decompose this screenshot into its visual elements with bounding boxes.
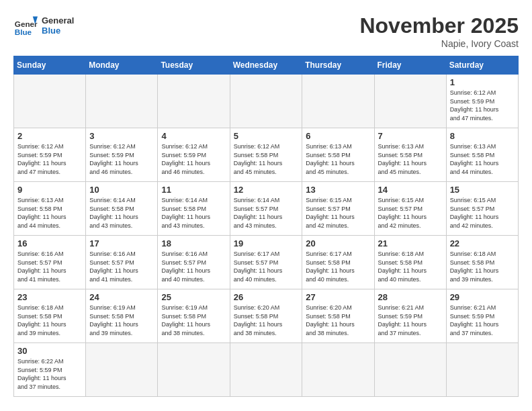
day-info: Sunrise: 6:12 AM Sunset: 5:59 PM Dayligh… — [89, 142, 154, 176]
day-number: 23 — [17, 292, 82, 302]
day-number: 14 — [378, 185, 443, 195]
calendar-cell: 20Sunrise: 6:17 AM Sunset: 5:58 PM Dayli… — [302, 236, 374, 289]
calendar-table: SundayMondayTuesdayWednesdayThursdayFrid… — [13, 56, 519, 397]
calendar-cell: 3Sunrise: 6:12 AM Sunset: 5:59 PM Daylig… — [86, 128, 158, 182]
calendar-cell: 17Sunrise: 6:16 AM Sunset: 5:57 PM Dayli… — [86, 236, 158, 289]
calendar-cell — [158, 343, 230, 397]
day-number: 3 — [89, 131, 154, 141]
day-info: Sunrise: 6:18 AM Sunset: 5:58 PM Dayligh… — [378, 250, 443, 283]
calendar-cell: 14Sunrise: 6:15 AM Sunset: 5:57 PM Dayli… — [374, 182, 446, 236]
weekday-header-saturday: Saturday — [446, 56, 518, 75]
day-info: Sunrise: 6:14 AM Sunset: 5:58 PM Dayligh… — [161, 196, 226, 230]
calendar-cell — [230, 75, 302, 128]
calendar-cell — [374, 343, 446, 397]
day-info: Sunrise: 6:13 AM Sunset: 5:58 PM Dayligh… — [450, 142, 515, 176]
day-number: 15 — [450, 185, 515, 195]
calendar-row: 16Sunrise: 6:16 AM Sunset: 5:57 PM Dayli… — [14, 236, 519, 289]
calendar-cell: 12Sunrise: 6:14 AM Sunset: 5:57 PM Dayli… — [230, 182, 302, 236]
calendar-cell: 22Sunrise: 6:18 AM Sunset: 5:58 PM Dayli… — [446, 236, 518, 289]
calendar-cell: 2Sunrise: 6:12 AM Sunset: 5:59 PM Daylig… — [14, 128, 86, 182]
calendar-row: 1Sunrise: 6:12 AM Sunset: 5:59 PM Daylig… — [14, 75, 519, 128]
day-number: 4 — [161, 131, 226, 141]
day-info: Sunrise: 6:12 AM Sunset: 5:59 PM Dayligh… — [450, 89, 515, 122]
day-info: Sunrise: 6:17 AM Sunset: 5:58 PM Dayligh… — [306, 250, 370, 283]
weekday-header-tuesday: Tuesday — [158, 56, 230, 75]
day-number: 11 — [161, 185, 226, 195]
day-info: Sunrise: 6:12 AM Sunset: 5:59 PM Dayligh… — [161, 142, 226, 176]
day-number: 10 — [89, 185, 154, 195]
calendar-cell: 8Sunrise: 6:13 AM Sunset: 5:58 PM Daylig… — [446, 128, 518, 182]
day-info: Sunrise: 6:19 AM Sunset: 5:58 PM Dayligh… — [161, 304, 226, 337]
calendar-cell: 25Sunrise: 6:19 AM Sunset: 5:58 PM Dayli… — [158, 289, 230, 343]
calendar-row: 30Sunrise: 6:22 AM Sunset: 5:59 PM Dayli… — [14, 343, 519, 397]
calendar-cell: 15Sunrise: 6:15 AM Sunset: 5:57 PM Dayli… — [446, 182, 518, 236]
day-number: 16 — [17, 238, 82, 248]
calendar-cell — [302, 75, 374, 128]
calendar-cell: 24Sunrise: 6:19 AM Sunset: 5:58 PM Dayli… — [86, 289, 158, 343]
weekday-header-friday: Friday — [374, 56, 446, 75]
calendar-cell — [374, 75, 446, 128]
day-info: Sunrise: 6:13 AM Sunset: 5:58 PM Dayligh… — [17, 196, 82, 230]
calendar-cell: 10Sunrise: 6:14 AM Sunset: 5:58 PM Dayli… — [86, 182, 158, 236]
calendar-cell: 29Sunrise: 6:21 AM Sunset: 5:59 PM Dayli… — [446, 289, 518, 343]
calendar-cell: 4Sunrise: 6:12 AM Sunset: 5:59 PM Daylig… — [158, 128, 230, 182]
day-number: 13 — [306, 185, 370, 195]
day-number: 27 — [306, 292, 370, 302]
calendar-cell — [230, 343, 302, 397]
day-info: Sunrise: 6:15 AM Sunset: 5:57 PM Dayligh… — [378, 196, 443, 230]
calendar-cell: 16Sunrise: 6:16 AM Sunset: 5:57 PM Dayli… — [14, 236, 86, 289]
day-info: Sunrise: 6:15 AM Sunset: 5:57 PM Dayligh… — [450, 196, 515, 230]
day-info: Sunrise: 6:22 AM Sunset: 5:59 PM Dayligh… — [17, 357, 82, 391]
day-info: Sunrise: 6:15 AM Sunset: 5:57 PM Dayligh… — [306, 196, 370, 230]
logo-general-text: General — [42, 15, 74, 26]
calendar-cell: 19Sunrise: 6:17 AM Sunset: 5:57 PM Dayli… — [230, 236, 302, 289]
day-info: Sunrise: 6:16 AM Sunset: 5:57 PM Dayligh… — [89, 250, 154, 283]
page-header: General Blue General Blue November 2025 … — [13, 13, 519, 49]
day-number: 25 — [161, 292, 226, 302]
day-number: 2 — [17, 131, 82, 141]
day-number: 26 — [234, 292, 299, 302]
calendar-cell: 23Sunrise: 6:18 AM Sunset: 5:58 PM Dayli… — [14, 289, 86, 343]
day-number: 19 — [234, 238, 299, 248]
calendar-cell: 28Sunrise: 6:21 AM Sunset: 5:59 PM Dayli… — [374, 289, 446, 343]
day-info: Sunrise: 6:12 AM Sunset: 5:59 PM Dayligh… — [17, 142, 82, 176]
calendar-cell: 26Sunrise: 6:20 AM Sunset: 5:58 PM Dayli… — [230, 289, 302, 343]
calendar-cell: 5Sunrise: 6:12 AM Sunset: 5:58 PM Daylig… — [230, 128, 302, 182]
day-info: Sunrise: 6:13 AM Sunset: 5:58 PM Dayligh… — [378, 142, 443, 176]
day-number: 29 — [450, 292, 515, 302]
calendar-row: 9Sunrise: 6:13 AM Sunset: 5:58 PM Daylig… — [14, 182, 519, 236]
calendar-cell: 1Sunrise: 6:12 AM Sunset: 5:59 PM Daylig… — [446, 75, 518, 128]
day-info: Sunrise: 6:21 AM Sunset: 5:59 PM Dayligh… — [378, 304, 443, 337]
logo-blue-text: Blue — [42, 26, 74, 36]
day-info: Sunrise: 6:14 AM Sunset: 5:57 PM Dayligh… — [234, 196, 299, 230]
day-info: Sunrise: 6:14 AM Sunset: 5:58 PM Dayligh… — [89, 196, 154, 230]
day-number: 1 — [450, 77, 515, 87]
logo: General Blue General Blue — [13, 13, 74, 38]
day-number: 9 — [17, 185, 82, 195]
calendar-cell: 27Sunrise: 6:20 AM Sunset: 5:58 PM Dayli… — [302, 289, 374, 343]
day-info: Sunrise: 6:16 AM Sunset: 5:57 PM Dayligh… — [17, 250, 82, 283]
day-info: Sunrise: 6:13 AM Sunset: 5:58 PM Dayligh… — [306, 142, 370, 176]
calendar-cell — [14, 75, 86, 128]
calendar-cell: 30Sunrise: 6:22 AM Sunset: 5:59 PM Dayli… — [14, 343, 86, 397]
logo-icon: General Blue — [13, 13, 38, 38]
day-number: 24 — [89, 292, 154, 302]
title-block: November 2025 Napie, Ivory Coast — [359, 13, 519, 49]
calendar-cell: 9Sunrise: 6:13 AM Sunset: 5:58 PM Daylig… — [14, 182, 86, 236]
day-number: 21 — [378, 238, 443, 248]
day-info: Sunrise: 6:16 AM Sunset: 5:57 PM Dayligh… — [161, 250, 226, 283]
day-info: Sunrise: 6:20 AM Sunset: 5:58 PM Dayligh… — [234, 304, 299, 337]
day-number: 7 — [378, 131, 443, 141]
day-number: 12 — [234, 185, 299, 195]
day-info: Sunrise: 6:21 AM Sunset: 5:59 PM Dayligh… — [450, 304, 515, 337]
calendar-row: 23Sunrise: 6:18 AM Sunset: 5:58 PM Dayli… — [14, 289, 519, 343]
weekday-header-row: SundayMondayTuesdayWednesdayThursdayFrid… — [14, 56, 519, 75]
day-number: 17 — [89, 238, 154, 248]
day-number: 6 — [306, 131, 370, 141]
calendar-cell — [86, 75, 158, 128]
day-info: Sunrise: 6:18 AM Sunset: 5:58 PM Dayligh… — [450, 250, 515, 283]
day-info: Sunrise: 6:18 AM Sunset: 5:58 PM Dayligh… — [17, 304, 82, 337]
month-title: November 2025 — [359, 13, 519, 38]
calendar-cell: 13Sunrise: 6:15 AM Sunset: 5:57 PM Dayli… — [302, 182, 374, 236]
calendar-cell — [302, 343, 374, 397]
